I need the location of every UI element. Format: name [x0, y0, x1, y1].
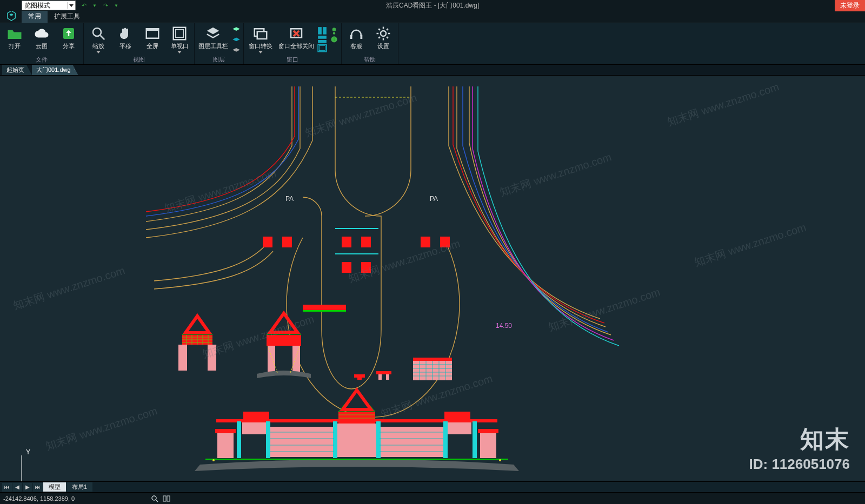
- chevron-down-icon: [68, 2, 74, 9]
- pa-label-left: PA: [285, 195, 294, 203]
- group-label-layer: 图层: [197, 56, 241, 64]
- layer-small-icon-1[interactable]: [231, 26, 241, 34]
- svg-rect-26: [282, 237, 292, 247]
- svg-rect-31: [421, 237, 430, 247]
- coordinates-readout: -24142.8406, 1158.2389, 0: [3, 495, 75, 502]
- layers-icon: [205, 25, 221, 42]
- layout-tab-model[interactable]: 模型: [43, 482, 66, 492]
- doc-tab-start[interactable]: 起始页: [2, 65, 32, 75]
- svg-rect-6: [176, 30, 184, 38]
- layer-small-icon-2[interactable]: [231, 35, 241, 43]
- window-switch-button[interactable]: 窗口转换: [246, 24, 275, 53]
- svg-rect-55: [292, 346, 300, 373]
- view-mode-dropdown[interactable]: 览图模式: [22, 1, 76, 10]
- pa-label-right: PA: [430, 195, 438, 203]
- zoom-button[interactable]: 缩放: [86, 24, 111, 53]
- svg-rect-30: [361, 262, 371, 273]
- next-tab-button[interactable]: ▶: [23, 483, 32, 492]
- svg-rect-32: [440, 237, 450, 247]
- svg-rect-100: [217, 432, 234, 458]
- svg-rect-102: [215, 429, 236, 433]
- layout-tab-layout1[interactable]: 布局1: [66, 482, 92, 492]
- open-button[interactable]: 打开: [2, 24, 27, 49]
- chevron-down-icon: [258, 51, 263, 53]
- svg-rect-84: [216, 419, 497, 422]
- window-small-icon-5[interactable]: i: [329, 35, 339, 43]
- watermark-id: ID: 1126051076: [749, 456, 850, 473]
- redo-dd-icon[interactable]: ▼: [112, 2, 120, 9]
- folder-open-icon: [6, 25, 23, 42]
- fullscreen-button[interactable]: 全屏: [140, 24, 165, 49]
- cad-drawing: PA PA 14.50: [0, 76, 865, 481]
- tile-windows-icon[interactable]: [162, 494, 171, 503]
- share-button[interactable]: 分享: [56, 24, 81, 49]
- undo-icon[interactable]: ↶: [80, 2, 88, 9]
- zoom-window-icon[interactable]: [150, 494, 159, 503]
- prev-tab-button[interactable]: ◀: [12, 483, 22, 492]
- customer-service-button[interactable]: 客服: [344, 24, 369, 49]
- svg-rect-101: [480, 432, 496, 458]
- layer-small-icon-3[interactable]: [231, 44, 241, 51]
- watermark-brand: 知末: [800, 424, 850, 455]
- magnifier-icon: [90, 25, 107, 42]
- window-switch-label: 窗口转换: [249, 43, 272, 49]
- group-label-window: 窗口: [246, 56, 339, 64]
- viewport-icon: [171, 25, 188, 42]
- fullscreen-label: 全屏: [147, 43, 158, 49]
- fullscreen-icon: [144, 25, 161, 42]
- svg-marker-52: [270, 313, 297, 332]
- first-tab-button[interactable]: ⏮: [2, 483, 12, 492]
- window-small-icon-3[interactable]: [317, 44, 327, 51]
- viewport-label: 单视口: [171, 43, 189, 49]
- svg-rect-90: [443, 421, 448, 458]
- svg-rect-4: [147, 29, 159, 31]
- svg-point-109: [152, 496, 156, 500]
- svg-rect-89: [376, 421, 381, 458]
- doc-tab-start-label: 起始页: [6, 66, 24, 73]
- group-label-view: 视图: [86, 56, 192, 64]
- window-small-icon-1[interactable]: [317, 26, 327, 34]
- cloud-icon: [34, 25, 50, 42]
- chevron-down-icon: [177, 51, 182, 53]
- last-tab-button[interactable]: ⏭: [33, 483, 43, 492]
- title-bar: 览图模式 ↶ ▼ ↷ ▼ 浩辰CAD看图王 - [大门001.dwg] 未登录: [0, 0, 865, 11]
- headset-icon: [348, 25, 364, 42]
- ribbon-group-view: 缩放 平移 全屏 单视口 视图: [84, 23, 195, 64]
- window-small-icon-4[interactable]: [329, 26, 339, 34]
- undo-dd-icon[interactable]: ▼: [91, 2, 98, 9]
- svg-rect-23: [361, 35, 363, 39]
- open-label: 打开: [9, 43, 21, 49]
- login-button[interactable]: 未登录: [835, 0, 865, 11]
- svg-rect-103: [478, 429, 498, 433]
- svg-rect-82: [380, 427, 443, 457]
- close-all-windows-button[interactable]: 窗口全部关闭: [277, 24, 315, 49]
- viewport-button[interactable]: 单视口: [167, 24, 192, 53]
- cloud-label: 云图: [36, 43, 48, 49]
- layer-toolbar-button[interactable]: 图层工具栏: [197, 24, 229, 49]
- svg-rect-88: [333, 421, 337, 458]
- svg-rect-17: [319, 45, 325, 50]
- pan-label: 平移: [119, 43, 131, 49]
- elevation-label: 14.50: [496, 322, 512, 330]
- svg-rect-91: [473, 421, 477, 458]
- ribbon-group-help: 客服 设置 帮助: [342, 23, 398, 64]
- ribbon-group-file: 打开 云图 分享 文件: [0, 23, 84, 64]
- close-icon[interactable]: ×: [74, 66, 77, 72]
- pan-button[interactable]: 平移: [113, 24, 138, 49]
- tab-extension-tools[interactable]: 扩展工具: [48, 10, 86, 23]
- redo-icon[interactable]: ↷: [102, 2, 109, 9]
- svg-point-104: [212, 459, 215, 461]
- doc-tab-file-label: 大门001.dwg: [36, 66, 71, 73]
- cloud-button[interactable]: 云图: [29, 24, 54, 49]
- svg-point-24: [381, 31, 386, 36]
- cs-label: 客服: [350, 43, 362, 49]
- zoom-label: 缩放: [92, 43, 104, 49]
- tab-common[interactable]: 常用: [22, 10, 48, 23]
- svg-text:i: i: [334, 37, 335, 42]
- drawing-canvas[interactable]: PA PA 14.50: [0, 76, 865, 481]
- axis-y-label: Y: [26, 448, 30, 456]
- doc-tab-file[interactable]: 大门001.dwg ×: [32, 65, 78, 75]
- window-small-icon-2[interactable]: [317, 35, 327, 43]
- layer-tools-column: [231, 24, 241, 51]
- settings-button[interactable]: 设置: [371, 24, 396, 49]
